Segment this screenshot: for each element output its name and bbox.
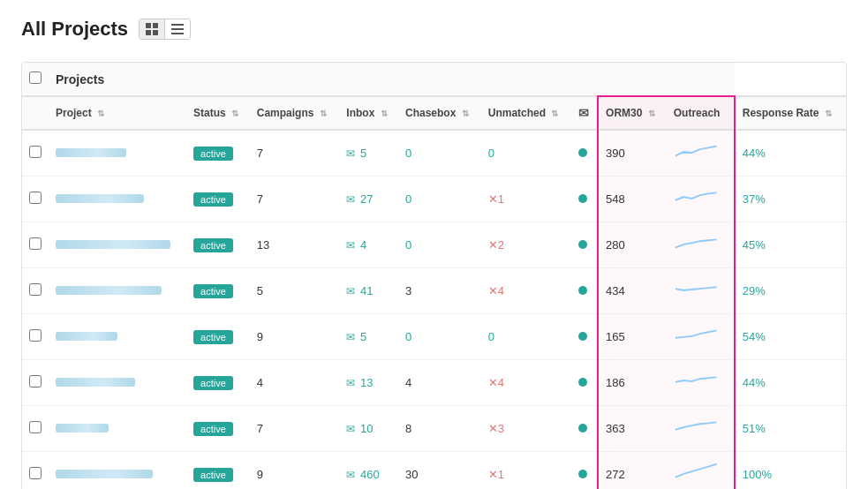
email-dot-cell (571, 360, 598, 406)
col-project[interactable]: Project ⇅ (49, 96, 186, 130)
table-body: active 7 ✉ 5 0 0 390 44% (22, 130, 846, 489)
status-badge: active (193, 330, 233, 344)
orm30-cell: 280 (598, 222, 667, 268)
sparkline-chart (674, 139, 722, 164)
page-wrapper: All Projects (0, 0, 868, 489)
chasebox-cell: 30 (398, 452, 481, 490)
grid-view-button[interactable] (140, 19, 165, 39)
unmatched-icon: ✕ (488, 376, 498, 389)
email-dot (578, 240, 587, 249)
row-checkbox-cell (22, 406, 49, 452)
inbox-cell: ✉ 5 (339, 130, 398, 177)
row-checkbox[interactable] (29, 192, 42, 204)
row-checkbox[interactable] (29, 329, 42, 342)
col-inbox[interactable]: Inbox ⇅ (339, 96, 398, 130)
email-dot (578, 286, 587, 295)
campaigns-cell: 7 (250, 177, 340, 222)
response-rate-cell: 29% (735, 268, 846, 314)
list-view-button[interactable] (165, 19, 190, 39)
response-rate-cell: 44% (735, 130, 846, 177)
unmatched-icon: ✕ (488, 284, 498, 297)
campaigns-cell: 4 (250, 360, 340, 406)
campaigns-cell: 13 (250, 222, 340, 268)
email-header-icon: ✉ (578, 106, 589, 120)
unmatched-cell: 0 (481, 314, 571, 360)
row-checkbox[interactable] (29, 375, 42, 387)
chasebox-cell: 0 (398, 222, 481, 268)
chasebox-value: 0 (405, 147, 411, 160)
project-name-blur (56, 240, 170, 249)
outreach-cell (667, 452, 735, 490)
row-checkbox[interactable] (29, 237, 42, 250)
inbox-icon: ✉ (346, 239, 355, 252)
svg-rect-2 (146, 30, 151, 35)
inbox-value: 13 (360, 376, 373, 389)
response-rate-cell: 100% (735, 452, 846, 490)
project-name-blur (56, 378, 135, 387)
list-icon (171, 23, 184, 35)
chasebox-value: 0 (405, 330, 411, 343)
table-row: active 5 ✉ 41 3 ✕4 434 29% (22, 268, 846, 314)
table-row: active 7 ✉ 27 0 ✕1 548 37% (22, 177, 846, 222)
unmatched-value: 4 (498, 376, 504, 389)
unmatched-sort-icon: ⇅ (551, 109, 558, 118)
projects-table: Projects Project ⇅ Status ⇅ Campaigns ⇅ (22, 63, 846, 489)
column-header-row: Project ⇅ Status ⇅ Campaigns ⇅ Inbox ⇅ (22, 96, 846, 130)
outreach-cell (667, 268, 735, 314)
select-all-checkbox[interactable] (29, 71, 42, 84)
response-rate-cell: 54% (735, 314, 846, 360)
col-unmatched[interactable]: Unmatched ⇅ (481, 96, 571, 130)
svg-rect-1 (153, 23, 158, 28)
email-dot-cell (571, 314, 598, 360)
col-campaigns[interactable]: Campaigns ⇅ (250, 96, 340, 130)
inbox-value: 27 (360, 192, 373, 206)
col-check (22, 96, 49, 130)
sparkline-chart (674, 277, 722, 302)
project-name-blur (56, 194, 144, 203)
col-orm30[interactable]: ORM30 ⇅ (598, 96, 667, 130)
row-checkbox[interactable] (29, 421, 42, 433)
unmatched-value: 0 (488, 147, 494, 160)
col-response-rate[interactable]: Response Rate ⇅ (735, 96, 846, 130)
unmatched-value: 0 (488, 330, 494, 343)
unmatched-value: 4 (498, 284, 504, 297)
chasebox-sort-icon: ⇅ (462, 109, 469, 118)
table-row: active 7 ✉ 5 0 0 390 44% (22, 130, 846, 177)
response-rate-cell: 45% (735, 222, 846, 268)
status-cell: active (186, 314, 250, 360)
orm30-sort-icon: ⇅ (648, 109, 655, 118)
unmatched-icon: ✕ (488, 192, 498, 206)
chasebox-value: 4 (405, 376, 411, 389)
row-checkbox-cell (22, 177, 49, 222)
status-cell: active (186, 268, 250, 314)
email-dot-cell (571, 177, 598, 222)
orm30-cell: 363 (598, 406, 667, 452)
inbox-icon: ✉ (346, 469, 355, 481)
orm30-cell: 548 (598, 177, 667, 222)
inbox-value: 4 (360, 238, 366, 252)
row-checkbox[interactable] (29, 283, 42, 296)
row-checkbox[interactable] (29, 146, 42, 158)
row-checkbox[interactable] (29, 467, 42, 479)
email-dot-cell (571, 222, 598, 268)
inbox-value: 5 (360, 330, 366, 343)
project-name-cell (49, 452, 186, 490)
chasebox-value: 8 (405, 422, 411, 435)
col-status[interactable]: Status ⇅ (186, 96, 250, 130)
campaigns-sort-icon: ⇅ (320, 109, 327, 118)
status-badge: active (193, 284, 233, 298)
project-name-blur (56, 470, 153, 478)
project-name-blur (56, 286, 162, 295)
unmatched-value: 1 (498, 468, 504, 481)
sparkline-chart (674, 369, 722, 394)
col-chasebox[interactable]: Chasebox ⇅ (398, 96, 481, 130)
sparkline-chart (674, 231, 722, 256)
chasebox-value: 30 (405, 468, 418, 481)
email-dot (578, 194, 587, 203)
status-cell: active (186, 452, 250, 490)
sparkline-chart (674, 185, 722, 210)
unmatched-cell: ✕1 (481, 452, 571, 490)
inbox-value: 10 (360, 422, 373, 435)
orm30-cell: 165 (598, 314, 667, 360)
project-name-cell (49, 268, 186, 314)
